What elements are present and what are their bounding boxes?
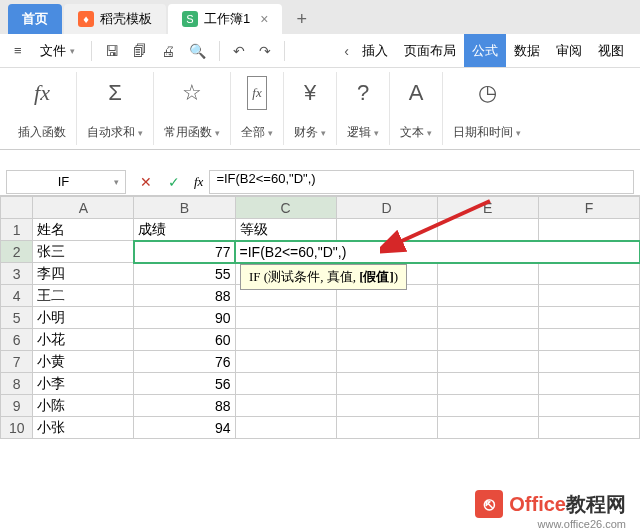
cell[interactable] xyxy=(437,329,538,351)
text-functions-button[interactable]: A 文本▾ xyxy=(390,72,443,145)
cell[interactable]: 小李 xyxy=(33,373,134,395)
tab-workbook1[interactable]: S 工作簿1 × xyxy=(168,4,282,34)
cell[interactable]: 小黄 xyxy=(33,351,134,373)
cell[interactable] xyxy=(538,395,639,417)
cell[interactable] xyxy=(538,417,639,439)
col-header-f[interactable]: F xyxy=(538,197,639,219)
cell[interactable]: 90 xyxy=(134,307,235,329)
select-all-corner[interactable] xyxy=(1,197,33,219)
ribbon-tab-review[interactable]: 审阅 xyxy=(548,34,590,67)
name-box[interactable]: IF ▾ xyxy=(6,170,126,194)
fx-icon[interactable]: fx xyxy=(188,174,209,190)
all-functions-button[interactable]: fx 全部▾ xyxy=(231,72,284,145)
cell[interactable] xyxy=(538,285,639,307)
cell[interactable] xyxy=(235,329,336,351)
cell[interactable]: 88 xyxy=(134,285,235,307)
cell[interactable] xyxy=(538,373,639,395)
datetime-functions-button[interactable]: ◷ 日期和时间▾ xyxy=(443,72,531,145)
save-as-button[interactable]: 🗐 xyxy=(128,40,152,62)
cell[interactable] xyxy=(336,329,437,351)
cell[interactable] xyxy=(437,307,538,329)
cell[interactable] xyxy=(336,307,437,329)
row-header[interactable]: 3 xyxy=(1,263,33,285)
cancel-button[interactable]: ✕ xyxy=(132,170,160,194)
cell[interactable] xyxy=(538,329,639,351)
cell[interactable]: 等级 xyxy=(235,219,336,241)
cell[interactable] xyxy=(336,395,437,417)
chevron-down-icon[interactable]: ▾ xyxy=(114,177,119,187)
row-header[interactable]: 9 xyxy=(1,395,33,417)
cell[interactable]: 77 xyxy=(134,241,235,263)
cell[interactable] xyxy=(336,373,437,395)
cell[interactable] xyxy=(437,417,538,439)
cell[interactable] xyxy=(235,395,336,417)
cell[interactable]: 56 xyxy=(134,373,235,395)
row-header[interactable]: 7 xyxy=(1,351,33,373)
insert-function-button[interactable]: fx 插入函数 xyxy=(8,72,77,145)
common-functions-button[interactable]: ☆ 常用函数▾ xyxy=(154,72,231,145)
row-header[interactable]: 2 xyxy=(1,241,33,263)
ribbon-tab-layout[interactable]: 页面布局 xyxy=(396,34,464,67)
cell[interactable]: 小明 xyxy=(33,307,134,329)
cell[interactable] xyxy=(437,263,538,285)
cell[interactable]: 张三 xyxy=(33,241,134,263)
cell[interactable] xyxy=(235,307,336,329)
ribbon-tab-view[interactable]: 视图 xyxy=(590,34,632,67)
confirm-button[interactable]: ✓ xyxy=(160,170,188,194)
finance-functions-button[interactable]: ¥ 财务▾ xyxy=(284,72,337,145)
col-header-a[interactable]: A xyxy=(33,197,134,219)
chevron-down-icon: ▾ xyxy=(268,128,273,138)
cell[interactable]: 姓名 xyxy=(33,219,134,241)
prev-tabs-button[interactable]: ‹ xyxy=(339,40,354,62)
row-header[interactable]: 1 xyxy=(1,219,33,241)
tab-templates[interactable]: ♦ 稻壳模板 xyxy=(64,4,166,34)
undo-button[interactable]: ↶ xyxy=(228,40,250,62)
ribbon-tab-formula[interactable]: 公式 xyxy=(464,34,506,67)
cell[interactable]: 小陈 xyxy=(33,395,134,417)
cell[interactable] xyxy=(538,351,639,373)
redo-button[interactable]: ↷ xyxy=(254,40,276,62)
cell[interactable] xyxy=(437,351,538,373)
cell[interactable]: 小张 xyxy=(33,417,134,439)
cell[interactable] xyxy=(336,417,437,439)
new-tab-button[interactable]: + xyxy=(284,5,319,34)
row-header[interactable]: 8 xyxy=(1,373,33,395)
cell[interactable] xyxy=(538,307,639,329)
ribbon-tab-data[interactable]: 数据 xyxy=(506,34,548,67)
col-header-b[interactable]: B xyxy=(134,197,235,219)
print-button[interactable]: 🖨 xyxy=(156,40,180,62)
cell[interactable]: 王二 xyxy=(33,285,134,307)
cell[interactable] xyxy=(235,373,336,395)
tab-home[interactable]: 首页 xyxy=(8,4,62,34)
cell[interactable] xyxy=(538,263,639,285)
cell[interactable] xyxy=(437,285,538,307)
print-preview-button[interactable]: 🔍 xyxy=(184,40,211,62)
file-menu[interactable]: 文件▾ xyxy=(32,38,83,64)
cell[interactable] xyxy=(538,219,639,241)
col-header-c[interactable]: C xyxy=(235,197,336,219)
row-header[interactable]: 10 xyxy=(1,417,33,439)
row-header[interactable]: 6 xyxy=(1,329,33,351)
logic-functions-button[interactable]: ? 逻辑▾ xyxy=(337,72,390,145)
cell[interactable] xyxy=(336,351,437,373)
cell[interactable]: 60 xyxy=(134,329,235,351)
cell[interactable]: 76 xyxy=(134,351,235,373)
close-icon[interactable]: × xyxy=(260,11,268,27)
cell[interactable]: 94 xyxy=(134,417,235,439)
cell[interactable] xyxy=(437,395,538,417)
ribbon-tab-insert[interactable]: 插入 xyxy=(354,34,396,67)
cell[interactable]: 55 xyxy=(134,263,235,285)
cell[interactable]: 李四 xyxy=(33,263,134,285)
cell[interactable] xyxy=(235,417,336,439)
formula-input[interactable]: =IF(B2<=60,"D",) xyxy=(209,170,634,194)
cell[interactable]: 88 xyxy=(134,395,235,417)
cell[interactable]: 成绩 xyxy=(134,219,235,241)
row-header[interactable]: 4 xyxy=(1,285,33,307)
autosum-button[interactable]: Σ 自动求和▾ xyxy=(77,72,154,145)
cell[interactable]: 小花 xyxy=(33,329,134,351)
menu-icon[interactable]: ≡ xyxy=(8,39,28,62)
row-header[interactable]: 5 xyxy=(1,307,33,329)
cell[interactable] xyxy=(235,351,336,373)
save-button[interactable]: 🖫 xyxy=(100,40,124,62)
cell[interactable] xyxy=(437,373,538,395)
